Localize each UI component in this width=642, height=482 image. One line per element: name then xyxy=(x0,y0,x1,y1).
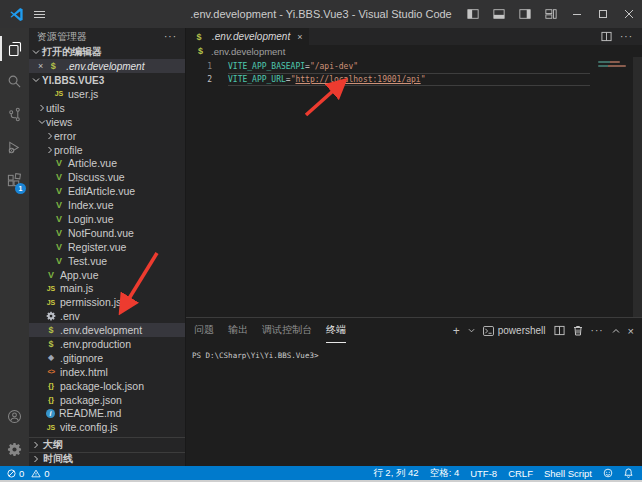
tree-item-Discuss.vue[interactable]: VDiscuss.vue xyxy=(29,170,185,184)
tree-item-NotFound.vue[interactable]: VNotFound.vue xyxy=(29,226,185,240)
notifications-bell-icon[interactable] xyxy=(624,468,633,478)
tree-item-EditArticle.vue[interactable]: VEditArticle.vue xyxy=(29,184,185,198)
code-line-1[interactable]: 1VITE_APP_BASEAPI="/api-dev" xyxy=(186,60,642,73)
code-line-2[interactable]: 2VITE_APP_URL="http://localhost:19001/ap… xyxy=(186,73,642,86)
close-button[interactable] xyxy=(616,0,642,28)
close-panel-icon[interactable]: × xyxy=(628,325,634,337)
tree-item-Article.vue[interactable]: VArticle.vue xyxy=(29,156,185,170)
toggle-secondary-sidebar-icon[interactable] xyxy=(512,0,538,28)
new-terminal-icon[interactable]: + xyxy=(453,324,460,338)
file-name: EditArticle.vue xyxy=(68,185,135,197)
indentation[interactable]: 空格: 4 xyxy=(430,467,460,480)
settings-gear-icon[interactable] xyxy=(0,437,29,462)
extensions-icon[interactable]: 1 xyxy=(0,168,29,193)
env-file-icon: $ xyxy=(45,325,57,336)
maximize-panel-icon[interactable] xyxy=(612,327,620,335)
file-name: main.js xyxy=(60,282,93,294)
panel-tab-输出[interactable]: 输出 xyxy=(228,318,248,343)
close-icon[interactable]: × xyxy=(297,32,302,42)
split-terminal-icon[interactable] xyxy=(554,325,565,336)
terminal-output[interactable]: PS D:\CSharp\Yi\Yi.BBS.Vue3> xyxy=(186,343,642,466)
problems-status[interactable]: 0 0 xyxy=(7,468,50,479)
customize-layout-icon[interactable] xyxy=(538,0,564,28)
file-name: App.vue xyxy=(60,269,99,281)
tree-item-.env.development[interactable]: $.env.development xyxy=(29,323,185,337)
url-link[interactable]: http://localhost:19001/api xyxy=(295,75,420,84)
tree-item-Index.vue[interactable]: VIndex.vue xyxy=(29,198,185,212)
tree-item-.gitignore[interactable]: ◆.gitignore xyxy=(29,351,185,365)
code-text: VITE_APP_BASEAPI="/api-dev" xyxy=(228,60,590,73)
toggle-panel-icon[interactable] xyxy=(486,0,512,28)
tree-item-App.vue[interactable]: VApp.vue xyxy=(29,268,185,282)
chevron-right-icon xyxy=(45,132,54,140)
search-icon[interactable] xyxy=(0,69,29,94)
close-icon[interactable]: × xyxy=(38,61,43,71)
tree-item-error[interactable]: error xyxy=(29,129,185,143)
editor-scrollbar[interactable] xyxy=(633,57,642,317)
panel-tab-终端[interactable]: 终端 xyxy=(326,318,346,343)
tab-env-development[interactable]: $ .env.development × xyxy=(186,28,309,45)
tree-item-index.html[interactable]: <>index.html xyxy=(29,365,185,379)
file-name: package.json xyxy=(60,394,122,406)
file-name: user.js xyxy=(68,88,98,100)
kill-terminal-icon[interactable] xyxy=(573,325,583,336)
tree-item-user.js[interactable]: JSuser.js xyxy=(29,87,185,101)
code-editor[interactable]: 1VITE_APP_BASEAPI="/api-dev"2VITE_APP_UR… xyxy=(186,57,642,317)
eol-sequence[interactable]: CRLF xyxy=(508,468,533,479)
tree-item-profile[interactable]: profile xyxy=(29,143,185,157)
file-name: permission.js xyxy=(60,296,121,308)
open-editor-item[interactable]: × $ .env.development xyxy=(29,59,185,73)
tree-item-.env[interactable]: .env xyxy=(29,309,185,323)
cursor-position[interactable]: 行 2, 列 42 xyxy=(373,467,418,480)
tree-item-README.md[interactable]: iREADME.md xyxy=(29,406,185,420)
tree-item-views[interactable]: views xyxy=(29,115,185,129)
sidebar-more-icon[interactable]: ··· xyxy=(164,31,177,42)
error-icon xyxy=(7,469,16,478)
terminal-dropdown-icon[interactable] xyxy=(468,327,475,334)
split-editor-icon[interactable] xyxy=(601,31,612,42)
vue-file-icon: V xyxy=(53,255,65,266)
tree-item-main.js[interactable]: JSmain.js xyxy=(29,281,185,295)
breadcrumb[interactable]: $ .env.development xyxy=(186,45,642,57)
vue-file-icon: V xyxy=(53,200,65,211)
tree-item-Register.vue[interactable]: VRegister.vue xyxy=(29,240,185,254)
minimize-button[interactable] xyxy=(564,0,590,28)
tree-item-utils[interactable]: utils xyxy=(29,101,185,115)
encoding[interactable]: UTF-8 xyxy=(470,468,497,479)
timeline-section[interactable]: 时间线 xyxy=(29,452,185,467)
panel-tab-调试控制台[interactable]: 调试控制台 xyxy=(262,318,312,343)
minimap[interactable] xyxy=(598,61,628,67)
file-name: .env.development xyxy=(60,324,142,336)
tree-item-vite.config.js[interactable]: JSvite.config.js xyxy=(29,420,185,434)
bottom-panel: 问题输出调试控制台终端 + powershell ··· xyxy=(186,317,642,466)
more-actions-icon[interactable]: ··· xyxy=(620,31,633,42)
explorer-icon[interactable] xyxy=(0,36,29,61)
file-name: Register.vue xyxy=(68,241,126,253)
line-number: 2 xyxy=(186,73,228,86)
html-file-icon: <> xyxy=(45,366,57,377)
feedback-icon[interactable] xyxy=(603,468,613,478)
run-debug-icon[interactable] xyxy=(0,135,29,160)
panel-more-icon[interactable]: ··· xyxy=(591,325,604,336)
toggle-sidebar-icon[interactable] xyxy=(460,0,486,28)
language-mode[interactable]: Shell Script xyxy=(544,468,592,479)
open-editors-header[interactable]: 打开的编辑器 xyxy=(29,45,185,59)
file-name: error xyxy=(54,130,76,142)
terminal-instance[interactable]: powershell xyxy=(483,325,546,336)
file-name: Article.vue xyxy=(68,157,117,169)
tree-item-package-lock.json[interactable]: {}package-lock.json xyxy=(29,379,185,393)
menu-icon[interactable] xyxy=(34,11,45,18)
maximize-button[interactable] xyxy=(590,0,616,28)
panel-tab-问题[interactable]: 问题 xyxy=(194,318,214,343)
source-control-icon[interactable] xyxy=(0,102,29,127)
tree-item-Test.vue[interactable]: VTest.vue xyxy=(29,254,185,268)
tree-item-.env.production[interactable]: $.env.production xyxy=(29,337,185,351)
readme-info-icon: i xyxy=(46,409,55,418)
outline-section[interactable]: 大纲 xyxy=(29,437,185,452)
tree-item-package.json[interactable]: {}package.json xyxy=(29,393,185,407)
account-icon[interactable] xyxy=(0,404,29,429)
tree-item-permission.js[interactable]: JSpermission.js xyxy=(29,295,185,309)
project-header[interactable]: YI.BBS.VUE3 xyxy=(29,73,185,87)
tree-item-Login.vue[interactable]: VLogin.vue xyxy=(29,212,185,226)
json-file-icon: {} xyxy=(45,394,57,405)
